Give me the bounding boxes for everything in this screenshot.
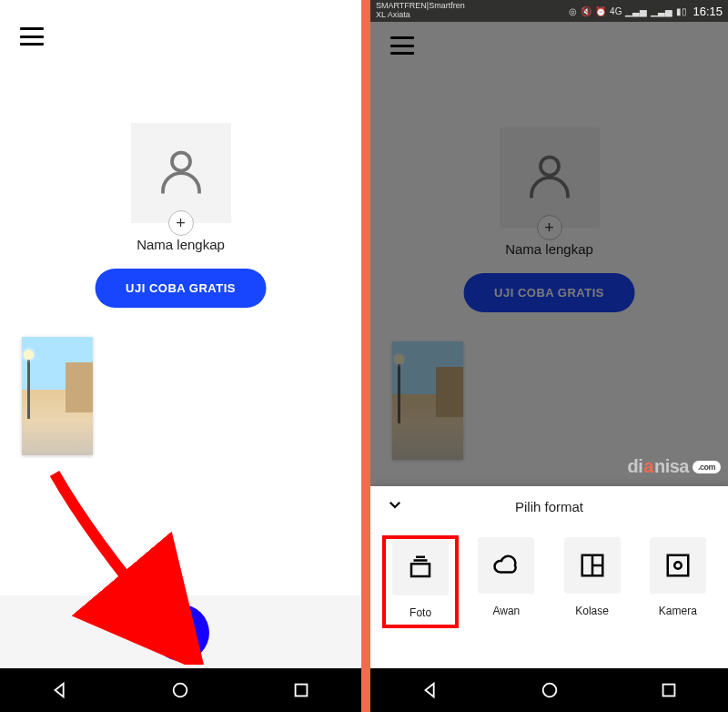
nav-back-icon[interactable] [420, 680, 440, 700]
format-label: Awan [492, 605, 520, 617]
avatar-placeholder[interactable]: + [131, 123, 231, 223]
status-bar: SMARTFREN|Smartfren XL Axiata ◎ 🔇 ⏰ 4G ▁… [370, 0, 728, 22]
alarm-icon: ⏰ [595, 6, 606, 16]
svg-point-8 [542, 684, 556, 697]
network-type: 4G [610, 6, 622, 16]
sheet-title: Pilih format [387, 499, 712, 514]
nav-home-icon[interactable] [170, 680, 190, 700]
format-label: Kamera [659, 605, 697, 617]
plus-icon: + [171, 614, 190, 652]
format-label: Foto [410, 606, 431, 619]
screenshot-right: + Nama lengkap UJI COBA GRATIS SMARTFREN… [370, 0, 728, 712]
carrier-2: XL Axiata [376, 11, 465, 20]
add-avatar-button[interactable]: + [168, 210, 194, 236]
mute-icon: 🔇 [581, 6, 592, 16]
watermark: dianisa .com [628, 456, 721, 477]
format-sheet: Pilih format Foto [370, 486, 728, 668]
svg-rect-9 [662, 685, 674, 697]
format-option-awan[interactable]: Awan [470, 537, 542, 626]
signal-icon-2: ▁▃▅ [651, 6, 672, 16]
menu-icon[interactable] [20, 27, 44, 46]
cloud-icon [478, 537, 534, 594]
svg-point-1 [174, 684, 187, 697]
person-icon [154, 146, 208, 200]
collage-icon [564, 537, 621, 594]
project-thumbnail[interactable] [22, 337, 93, 455]
photo-stack-icon [392, 539, 449, 595]
screenshot-left: + Nama lengkap UJI COBA GRATIS + [0, 0, 361, 712]
format-option-foto[interactable]: Foto [384, 537, 457, 626]
hotspot-icon: ◎ [569, 6, 577, 16]
format-option-kamera[interactable]: Kamera [642, 537, 714, 626]
format-label: Kolase [575, 605, 609, 617]
clock: 16:15 [693, 5, 723, 18]
android-navbar [0, 668, 361, 712]
svg-point-7 [674, 562, 682, 569]
svg-rect-6 [668, 555, 689, 576]
nav-recent-icon[interactable] [659, 680, 679, 700]
nav-back-icon[interactable] [50, 680, 70, 700]
signal-icon: ▁▃▅ [625, 6, 647, 16]
svg-point-0 [172, 153, 190, 171]
free-trial-button[interactable]: UJI COBA GRATIS [95, 269, 267, 308]
format-option-kolase[interactable]: Kolase [556, 537, 629, 626]
svg-rect-4 [411, 564, 430, 576]
nav-recent-icon[interactable] [291, 680, 311, 700]
android-navbar [370, 668, 728, 712]
name-label: Nama lengkap [0, 237, 361, 252]
add-fab-button[interactable]: + [153, 605, 209, 661]
nav-home-icon[interactable] [540, 680, 560, 700]
battery-icon: ▮▯ [676, 6, 687, 16]
camera-icon [650, 537, 706, 594]
svg-rect-2 [295, 685, 307, 697]
